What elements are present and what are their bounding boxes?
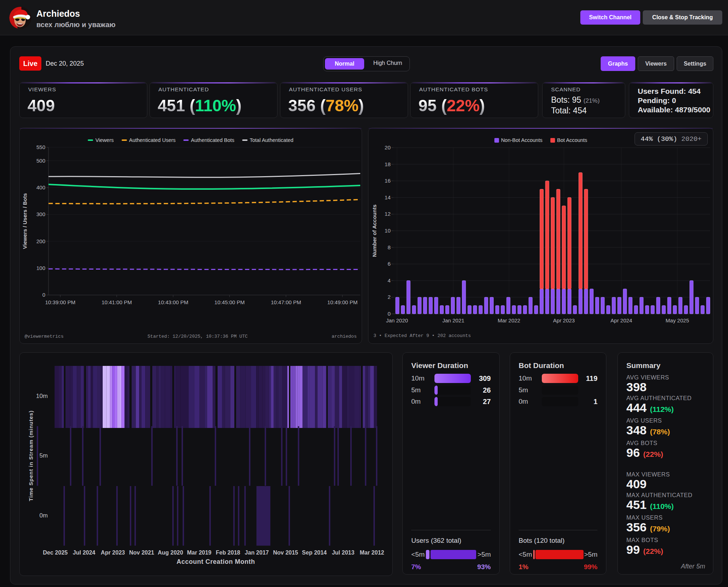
- svg-text:Sep 2014: Sep 2014: [302, 550, 327, 556]
- svg-text:Jan 2017: Jan 2017: [245, 550, 269, 556]
- svg-text:2: 2: [388, 294, 391, 300]
- svg-text:Feb 2018: Feb 2018: [216, 550, 240, 556]
- svg-text:Viewers / Users / Bots: Viewers / Users / Bots: [22, 193, 28, 249]
- svg-text:16: 16: [385, 178, 391, 184]
- svg-text:550: 550: [36, 144, 45, 150]
- svg-text:10:49:00 PM: 10:49:00 PM: [327, 299, 357, 305]
- svg-text:Nov 2015: Nov 2015: [273, 550, 298, 556]
- svg-text:Jul 2013: Jul 2013: [332, 550, 354, 556]
- svg-text:14: 14: [385, 194, 391, 200]
- svg-text:10m: 10m: [36, 393, 48, 399]
- svg-text:10:41:00 PM: 10:41:00 PM: [102, 299, 132, 305]
- svg-text:Dec 2025: Dec 2025: [43, 550, 67, 556]
- svg-text:6: 6: [388, 261, 391, 267]
- svg-text:Aug 2020: Aug 2020: [158, 550, 183, 556]
- svg-text:10:47:00 PM: 10:47:00 PM: [271, 299, 301, 305]
- svg-text:8: 8: [388, 244, 391, 250]
- svg-text:Jul 2024: Jul 2024: [73, 550, 95, 556]
- svg-text:5m: 5m: [39, 452, 48, 459]
- svg-text:0m: 0m: [39, 512, 48, 519]
- svg-text:200: 200: [36, 238, 45, 244]
- svg-text:Mar 2019: Mar 2019: [187, 550, 212, 556]
- svg-text:Apr 2024: Apr 2024: [611, 317, 632, 323]
- svg-text:10: 10: [385, 228, 391, 234]
- svg-text:18: 18: [385, 161, 391, 167]
- svg-text:20: 20: [385, 144, 391, 150]
- svg-text:300: 300: [36, 211, 45, 217]
- svg-text:Time Spent in Stream (minutes): Time Spent in Stream (minutes): [28, 410, 34, 501]
- svg-text:500: 500: [36, 158, 45, 164]
- svg-text:Apr 2023: Apr 2023: [101, 550, 125, 556]
- svg-text:400: 400: [36, 184, 45, 190]
- svg-text:Mar 2012: Mar 2012: [360, 550, 384, 556]
- svg-text:Mar 2022: Mar 2022: [498, 317, 520, 323]
- svg-text:May 2025: May 2025: [666, 317, 689, 323]
- svg-text:4: 4: [388, 277, 391, 284]
- svg-text:10:45:00 PM: 10:45:00 PM: [214, 299, 245, 305]
- svg-text:12: 12: [385, 211, 391, 217]
- svg-text:Jan 2020: Jan 2020: [386, 317, 408, 323]
- svg-text:0: 0: [388, 311, 391, 317]
- svg-text:10:43:00 PM: 10:43:00 PM: [158, 299, 188, 305]
- svg-text:Apr 2023: Apr 2023: [553, 317, 575, 323]
- svg-text:10:39:00 PM: 10:39:00 PM: [45, 299, 75, 305]
- svg-text:Account Creation Month: Account Creation Month: [177, 558, 255, 565]
- svg-text:Jan 2021: Jan 2021: [442, 317, 464, 323]
- svg-text:0: 0: [42, 292, 45, 298]
- svg-text:100: 100: [36, 265, 45, 271]
- svg-text:Nov 2021: Nov 2021: [129, 550, 154, 556]
- svg-text:Number of Accounts: Number of Accounts: [371, 205, 377, 257]
